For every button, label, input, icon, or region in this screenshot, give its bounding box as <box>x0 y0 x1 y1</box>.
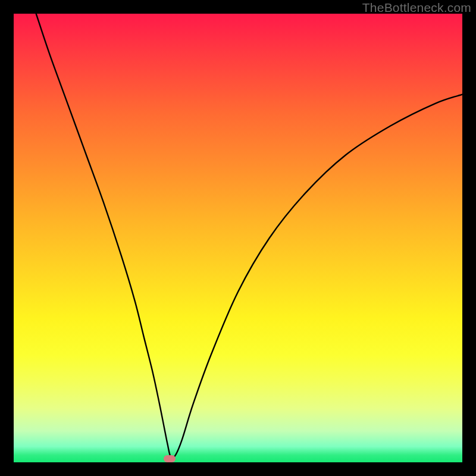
watermark-text: TheBottleneck.com <box>362 1 471 15</box>
bottleneck-curve <box>14 14 462 462</box>
chart-area <box>14 14 462 462</box>
minimum-marker <box>164 455 176 462</box>
